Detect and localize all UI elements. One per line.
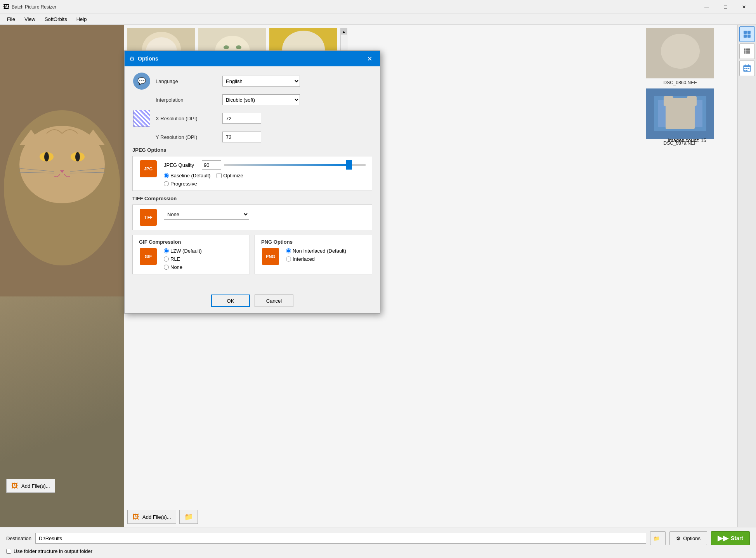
dialog-close-button[interactable]: ✕ [364,53,375,64]
close-button[interactable]: ✕ [735,1,753,13]
menu-softorbits[interactable]: SoftOrbits [41,15,71,24]
jpeg-progressive-option[interactable]: Progressive [164,181,366,187]
gif-png-sections: GIF Compression GIF LZW (Default) [132,235,372,279]
gear-icon: ⚙ [676,535,681,541]
add-files-grid-button[interactable]: 🖼 Add File(s)... [127,510,176,524]
svg-rect-46 [746,50,750,52]
jpeg-options-inner: JPG JPEG Quality Baseline (Default) [139,160,366,187]
y-resolution-label: Y Resolution (DPI) [156,134,218,140]
open-folder-button[interactable]: 📁 [179,510,198,524]
destination-input[interactable] [35,533,646,544]
jpeg-baseline-option[interactable]: Baseline (Default) [164,173,210,178]
svg-rect-53 [744,68,746,69]
resolution-icon [133,110,150,127]
png-interlaced-label: Interlaced [293,256,315,262]
browse-destination-button[interactable]: 📁 [650,531,666,545]
svg-rect-54 [746,68,747,69]
tiff-compression-select[interactable]: None LZW PackBits CCITT [164,209,249,220]
svg-rect-41 [744,35,747,38]
ok-button[interactable]: OK [211,295,250,307]
interpolation-control: Bicubic (soft) Bicubic (sharp) Bilinear … [222,94,372,105]
jpeg-icon-col: JPG [139,160,158,177]
jpeg-quality-slider[interactable] [224,164,366,166]
jpeg-optimize-checkbox[interactable] [217,173,222,178]
jpeg-quality-input[interactable] [202,160,221,170]
png-header: PNG Options [261,239,366,245]
options-button[interactable]: ⚙ Options [669,531,707,545]
language-icon-col: 💬 [132,73,151,90]
resolution-icon-col [132,110,151,127]
dialog-footer: OK Cancel [125,290,380,313]
interpolation-select[interactable]: Bicubic (soft) Bicubic (sharp) Bilinear … [222,94,300,105]
svg-rect-45 [744,50,746,52]
y-resolution-input[interactable] [222,132,261,142]
svg-rect-55 [748,68,749,69]
list-item[interactable]: DSC_0860.NEF [646,28,714,85]
language-select[interactable]: English Russian German French [222,76,300,87]
dialog-title-bar: ⚙ Options ✕ [125,51,380,66]
calendar-view-button[interactable] [739,61,755,76]
svg-rect-39 [744,31,747,34]
tiff-icon-col: TIFF [139,209,158,226]
language-row: 💬 Language English Russian German French [132,73,372,90]
language-control: English Russian German French [222,76,372,87]
gif-lzw-option[interactable]: LZW (Default) [164,248,243,254]
svg-rect-33 [687,96,697,106]
gif-none-radio[interactable] [164,265,169,270]
right-column: DSC_0860.NEF DSC_0879.N [646,28,714,146]
minimize-button[interactable]: — [698,1,716,13]
jpeg-options-section: JPG JPEG Quality Baseline (Default) [132,156,372,191]
x-resolution-input[interactable] [222,113,261,124]
gif-section: GIF Compression GIF LZW (Default) [132,235,250,274]
add-files-row: 🖼 Add File(s)... 📁 [127,510,198,524]
tiff-icon: TIFF [140,209,157,226]
gif-rle-label: RLE [170,256,180,262]
gif-none-option[interactable]: None [164,264,243,270]
y-resolution-control [222,132,372,142]
filename: DSC_0860.NEF [646,80,714,85]
menu-help[interactable]: Help [73,15,91,24]
list-view-button[interactable] [739,43,755,59]
grid-view-button[interactable] [739,26,755,42]
svg-rect-48 [746,52,750,54]
maximize-button[interactable]: ☐ [716,1,734,13]
png-interlaced-option[interactable]: Interlaced [286,256,366,262]
x-resolution-label: X Resolution (DPI) [156,116,218,121]
gif-rle-radio[interactable] [164,256,169,262]
gif-inner: GIF LZW (Default) RLE [139,248,243,270]
jpeg-progressive-label: Progressive [170,181,197,187]
folder-structure-checkbox[interactable] [6,549,11,554]
thumbnail [646,88,714,139]
png-interlaced-radio[interactable] [286,256,291,262]
large-preview: 🖼 Add File(s)... [0,25,124,527]
options-dialog: ⚙ Options ✕ 💬 Language English Russian G… [124,50,380,314]
png-non-interlaced-option[interactable]: Non Interlaced (Default) [286,248,366,254]
menu-file[interactable]: File [3,15,19,24]
menu-view[interactable]: View [21,15,39,24]
png-section: PNG Options PNG Non Interlaced (Default) [255,235,372,274]
jpeg-optimize-option[interactable]: Optimize [217,173,243,178]
svg-point-27 [661,34,700,69]
start-icon: ▶▶ [718,534,728,542]
jpeg-baseline-radio[interactable] [164,173,169,178]
menu-bar: File View SoftOrbits Help [0,14,756,25]
add-files-button[interactable]: 🖼 Add File(s)... [6,479,55,493]
dialog-body: 💬 Language English Russian German French… [125,66,380,290]
interpolation-row: Interpolation Bicubic (soft) Bicubic (sh… [132,94,372,105]
cancel-button[interactable]: Cancel [255,295,293,307]
png-inner: PNG Non Interlaced (Default) [261,248,366,265]
gif-rle-option[interactable]: RLE [164,256,243,262]
svg-rect-43 [744,49,746,50]
start-button[interactable]: ▶▶ Start [711,531,750,545]
scroll-up-button[interactable]: ▲ [341,28,347,35]
gif-lzw-radio[interactable] [164,248,169,253]
svg-point-6 [75,152,80,161]
start-label: Start [731,535,743,541]
dialog-gear-icon: ⚙ [129,55,135,62]
bottom-bar: Destination 📁 ⚙ Options ▶▶ Start Use fol… [0,527,756,558]
gif-none-label: None [170,264,182,270]
png-non-interlaced-radio[interactable] [286,248,291,253]
jpeg-progressive-radio[interactable] [164,181,169,186]
gif-options: LZW (Default) RLE None [164,248,243,270]
tiff-header: TIFF Compression [132,196,372,201]
